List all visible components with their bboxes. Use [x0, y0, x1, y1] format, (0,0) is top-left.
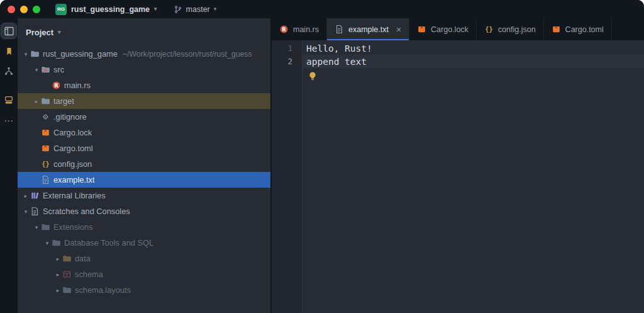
code-text: append text: [302, 55, 644, 68]
folder-data-icon: [62, 254, 72, 263]
project-panel-header[interactable]: Project ▾: [18, 18, 270, 46]
chevron-down-icon[interactable]: ▾: [43, 240, 52, 246]
lightbulb-icon: [308, 71, 318, 83]
library-icon: [30, 191, 40, 200]
svg-text:R: R: [282, 26, 286, 33]
vcs-tool-icon[interactable]: [1, 64, 16, 79]
editor[interactable]: 1Hello, Rust!2append text: [272, 40, 644, 313]
tree-item-database-tools-and-sql[interactable]: ▾Database Tools and SQL: [18, 235, 270, 251]
chevron-down-icon: ▾: [214, 6, 217, 12]
tree-item-label: example.txt: [53, 175, 94, 185]
services-tool-icon[interactable]: [1, 93, 16, 108]
rust-file-icon: R: [52, 81, 61, 90]
tree-item-label: Database Tools and SQL: [64, 238, 153, 248]
scratches-icon: [30, 207, 40, 216]
chevron-right-icon[interactable]: ▸: [53, 256, 62, 262]
chevron-right-icon[interactable]: ▸: [53, 287, 62, 293]
tree-item-main-rs[interactable]: Rmain.rs: [18, 77, 270, 93]
project-tool-icon[interactable]: [1, 23, 16, 38]
svg-text:R: R: [54, 83, 58, 89]
line-number: 1: [272, 43, 302, 53]
intention-bulb[interactable]: [272, 71, 644, 84]
more-tools-icon[interactable]: ⋯: [1, 113, 16, 128]
tab-label: config.json: [498, 25, 536, 34]
tab-label: example.txt: [348, 25, 389, 34]
bookmarks-tool-icon[interactable]: [1, 43, 16, 59]
rust-file-icon: R: [279, 25, 289, 34]
editor-tab-example-txt[interactable]: example.txt×: [327, 18, 409, 40]
tree-item-label: config.json: [53, 159, 92, 169]
tree-item-data[interactable]: ▸data: [18, 251, 270, 266]
cargo-icon: [41, 144, 50, 153]
zoom-window-button[interactable]: [33, 6, 40, 13]
tree-item-external-libraries[interactable]: ▸External Libraries: [18, 188, 270, 203]
project-tree: ▾rust_guessing_game~/Work/project/lesson…: [18, 46, 270, 313]
tree-item-path: ~/Work/project/lesson/rust/rust_guess: [123, 50, 252, 59]
chevron-down-icon[interactable]: ▾: [21, 51, 30, 57]
project-switcher[interactable]: RG rust_guessing_game ▾: [55, 4, 157, 15]
chevron-down-icon[interactable]: ▾: [32, 224, 41, 230]
json-icon: {}: [41, 159, 50, 169]
folder-src-icon: [41, 65, 50, 74]
close-window-button[interactable]: [8, 6, 15, 13]
code-line-1[interactable]: 1Hello, Rust!: [272, 42, 644, 55]
tree-item-target[interactable]: ▸target: [18, 93, 270, 109]
tree-item-schema-layouts[interactable]: ▸schema.layouts: [18, 282, 270, 298]
git-branch-icon: [174, 5, 182, 14]
schema-icon: [62, 270, 72, 279]
tree-item-gitignore[interactable]: .gitignore: [18, 109, 270, 125]
chevron-down-icon: ▾: [58, 30, 61, 35]
branch-switcher[interactable]: master ▾: [174, 5, 217, 14]
cargo-icon: [41, 128, 50, 137]
tree-item-schema[interactable]: ▸schema: [18, 266, 270, 282]
json-icon: {}: [484, 25, 494, 34]
code-line-2[interactable]: 2append text: [272, 55, 644, 68]
close-tab-icon[interactable]: ×: [396, 25, 401, 34]
minimize-window-button[interactable]: [20, 6, 28, 13]
chevron-right-icon[interactable]: ▸: [32, 98, 41, 105]
svg-text:{}: {}: [485, 25, 492, 33]
tab-label: Cargo.toml: [565, 25, 604, 34]
panel-title: Project: [26, 28, 53, 37]
tree-item-rust-guessing-game[interactable]: ▾rust_guessing_game~/Work/project/lesson…: [18, 46, 270, 62]
chevron-down-icon: ▾: [154, 6, 157, 12]
main-area: ⋯ Project ▾ ▾rust_guessing_game~/Work/pr…: [0, 18, 644, 313]
editor-tab-bar: Rmain.rsexample.txt×Cargo.lock{}config.j…: [272, 18, 644, 40]
tree-item-label: schema.layouts: [75, 285, 131, 295]
text-file-icon: [41, 175, 50, 185]
editor-tab-main-rs[interactable]: Rmain.rs: [272, 18, 327, 40]
tree-item-label: target: [53, 96, 74, 106]
tree-item-src[interactable]: ▾src: [18, 62, 270, 77]
tree-item-label: .gitignore: [53, 112, 87, 122]
tab-label: main.rs: [293, 25, 319, 34]
tree-item-cargo-lock[interactable]: Cargo.lock: [18, 125, 270, 140]
tree-item-extensions[interactable]: ▾Extensions: [18, 219, 270, 235]
chevron-right-icon[interactable]: ▸: [21, 193, 30, 199]
editor-area: Rmain.rsexample.txt×Cargo.lock{}config.j…: [272, 18, 644, 313]
tree-item-label: Cargo.toml: [53, 144, 93, 153]
folder-icon: [30, 49, 40, 59]
tree-item-config-json[interactable]: {}config.json: [18, 156, 270, 172]
tree-item-label: Extensions: [53, 222, 93, 232]
tree-item-cargo-toml[interactable]: Cargo.toml: [18, 140, 270, 156]
tree-item-label: schema: [75, 270, 103, 279]
line-number: 2: [272, 57, 302, 66]
editor-tab-config-json[interactable]: {}config.json: [477, 18, 544, 40]
editor-tab-cargo-toml[interactable]: Cargo.toml: [544, 18, 612, 40]
tree-item-example-txt[interactable]: example.txt: [18, 172, 270, 188]
tree-item-label: External Libraries: [43, 191, 106, 200]
code-text: Hello, Rust!: [302, 42, 644, 55]
svg-text:{}: {}: [42, 160, 49, 168]
chevron-down-icon[interactable]: ▾: [32, 67, 41, 73]
project-badge: RG: [55, 4, 67, 15]
tree-item-label: Scratches and Consoles: [43, 207, 130, 216]
cargo-icon: [552, 25, 561, 34]
folder-icon: [62, 285, 72, 295]
tree-item-scratches-and-consoles[interactable]: ▾Scratches and Consoles: [18, 203, 270, 219]
chevron-right-icon[interactable]: ▸: [53, 271, 62, 278]
tree-item-label: rust_guessing_game: [43, 49, 118, 59]
ide-window: RG rust_guessing_game ▾ master ▾ ⋯ Proje…: [0, 0, 644, 313]
activity-bar: ⋯: [0, 18, 18, 313]
chevron-down-icon[interactable]: ▾: [21, 208, 30, 215]
editor-tab-cargo-lock[interactable]: Cargo.lock: [409, 18, 477, 40]
